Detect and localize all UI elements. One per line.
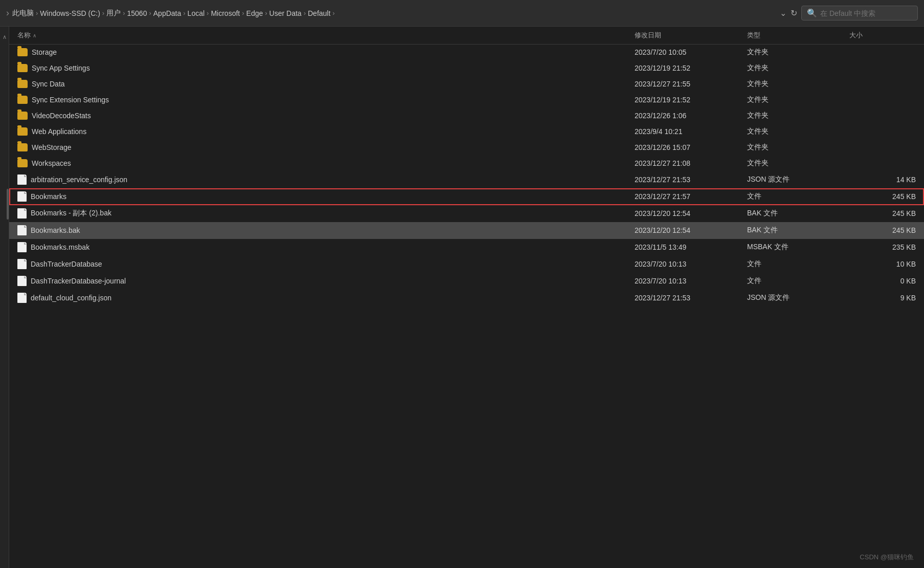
file-icon (17, 208, 27, 219)
file-type: BAK 文件 (747, 209, 849, 218)
file-name-cell-15: default_cloud_config.json (17, 293, 635, 303)
sidebar-collapse-btn[interactable]: ∧ (3, 34, 7, 40)
table-row[interactable]: Web Applications2023/9/4 10:21文件夹 (9, 124, 924, 140)
left-sidebar: ∧ (0, 27, 9, 568)
file-name-cell-2: Sync Data (17, 80, 635, 88)
file-type: 文件 (747, 276, 849, 286)
table-row[interactable]: DashTrackerDatabase-journal2023/7/20 10:… (9, 273, 924, 290)
breadcrumb-item-1[interactable]: Windows-SSD (C:) (40, 9, 100, 17)
address-bar: › 此电脑 › Windows-SSD (C:) › 用户 › 15060 › … (0, 0, 924, 27)
column-name-header[interactable]: 名称 ∧ (17, 31, 635, 40)
breadcrumb-item-7[interactable]: Edge (246, 9, 263, 17)
file-name-cell-12: Bookmarks.msbak (17, 242, 635, 252)
file-name-cell-11: Bookmarks.bak (17, 225, 635, 235)
file-name-text: Sync Extension Settings (32, 96, 109, 104)
file-date: 2023/12/20 12:54 (635, 209, 747, 217)
table-row[interactable]: Storage2023/7/20 10:05文件夹 (9, 45, 924, 60)
column-date-header[interactable]: 修改日期 (635, 31, 747, 40)
table-row[interactable]: VideoDecodeStats2023/12/26 1:06文件夹 (9, 108, 924, 124)
sidebar-scroll-indicator (7, 189, 9, 220)
file-size: 10 KB (849, 260, 916, 268)
file-name-text: Bookmarks.msbak (31, 243, 89, 251)
breadcrumb-chevron-button[interactable]: ⌄ (780, 8, 786, 18)
file-date: 2023/12/20 12:54 (635, 226, 747, 234)
search-input[interactable] (820, 9, 912, 17)
table-row[interactable]: Sync Data2023/12/27 21:55文件夹 (9, 76, 924, 92)
file-name-text: VideoDecodeStats (32, 112, 91, 120)
file-type: 文件 (747, 192, 849, 201)
file-type: 文件 (747, 259, 849, 269)
refresh-button[interactable]: ↻ (791, 8, 797, 18)
file-date: 2023/7/20 10:13 (635, 277, 747, 285)
folder-icon (17, 48, 28, 56)
file-icon (17, 259, 27, 269)
file-name-text: Sync App Settings (32, 64, 90, 72)
folder-icon (17, 143, 28, 151)
file-name-text: Bookmarks (31, 192, 66, 201)
breadcrumb-separator-0: › (35, 9, 39, 17)
file-size: 0 KB (849, 277, 916, 285)
file-name-cell-5: Web Applications (17, 127, 635, 136)
column-type-header[interactable]: 类型 (747, 31, 849, 40)
table-row[interactable]: Workspaces2023/12/27 21:08文件夹 (9, 156, 924, 171)
breadcrumb-item-4[interactable]: AppData (153, 9, 181, 17)
folder-icon (17, 127, 28, 136)
file-name-text: Bookmarks - 副本 (2).bak (31, 209, 111, 218)
table-row[interactable]: Sync App Settings2023/12/19 21:52文件夹 (9, 60, 924, 76)
breadcrumb-separator-9: › (331, 9, 335, 17)
file-size: 245 KB (849, 209, 916, 217)
file-name-cell-10: Bookmarks - 副本 (2).bak (17, 208, 635, 219)
file-size: 14 KB (849, 176, 916, 184)
file-icon (17, 242, 27, 252)
file-name-cell-8: arbitration_service_config.json (17, 174, 635, 185)
folder-icon (17, 96, 28, 104)
file-rows-container: Storage2023/7/20 10:05文件夹Sync App Settin… (9, 45, 924, 307)
file-date: 2023/12/26 1:06 (635, 112, 747, 120)
table-row[interactable]: default_cloud_config.json2023/12/27 21:5… (9, 290, 924, 307)
table-row[interactable]: Bookmarks2023/12/27 21:57文件245 KB (9, 188, 924, 205)
table-row[interactable]: DashTrackerDatabase2023/7/20 10:13文件10 K… (9, 256, 924, 273)
file-size: 245 KB (849, 192, 916, 201)
table-row[interactable]: arbitration_service_config.json2023/12/2… (9, 171, 924, 188)
breadcrumb-item-5[interactable]: Local (188, 9, 205, 17)
file-date: 2023/12/19 21:52 (635, 96, 747, 104)
column-size-header[interactable]: 大小 (849, 31, 916, 40)
file-name-cell-4: VideoDecodeStats (17, 112, 635, 120)
file-type: 文件夹 (747, 79, 849, 89)
table-row[interactable]: Bookmarks - 副本 (2).bak2023/12/20 12:54BA… (9, 205, 924, 222)
file-type: MSBAK 文件 (747, 243, 849, 252)
file-date: 2023/11/5 13:49 (635, 243, 747, 251)
breadcrumb: 此电脑 › Windows-SSD (C:) › 用户 › 15060 › Ap… (12, 9, 336, 18)
breadcrumb-separator-6: › (241, 9, 245, 17)
file-name-cell-9: Bookmarks (17, 191, 635, 202)
folder-icon (17, 64, 28, 72)
file-icon (17, 191, 27, 202)
table-row[interactable]: Sync Extension Settings2023/12/19 21:52文… (9, 92, 924, 108)
file-date: 2023/12/26 15:07 (635, 143, 747, 151)
table-row[interactable]: WebStorage2023/12/26 15:07文件夹 (9, 140, 924, 156)
breadcrumb-item-9[interactable]: Default (308, 9, 330, 17)
file-type: 文件夹 (747, 127, 849, 136)
table-row[interactable]: Bookmarks.msbak2023/11/5 13:49MSBAK 文件23… (9, 239, 924, 256)
breadcrumb-item-2[interactable]: 用户 (106, 9, 121, 18)
file-name-text: Web Applications (32, 127, 86, 136)
file-type: JSON 源文件 (747, 293, 849, 302)
breadcrumb-item-8[interactable]: User Data (269, 9, 302, 17)
breadcrumb-arrow-left[interactable]: › (6, 8, 9, 18)
file-name-text: arbitration_service_config.json (31, 176, 127, 184)
breadcrumb-item-0[interactable]: 此电脑 (12, 9, 34, 18)
table-row[interactable]: Bookmarks.bak2023/12/20 12:54BAK 文件245 K… (9, 222, 924, 239)
name-sort-arrow: ∧ (33, 33, 36, 38)
file-date: 2023/12/27 21:57 (635, 192, 747, 201)
file-name-cell-14: DashTrackerDatabase-journal (17, 276, 635, 286)
file-name-text: Workspaces (32, 159, 71, 167)
file-list-container[interactable]: 名称 ∧ 修改日期 类型 大小 Storage2023/7/20 10:05文件… (9, 27, 924, 568)
breadcrumb-item-6[interactable]: Microsoft (211, 9, 240, 17)
file-name-text: Storage (32, 48, 57, 56)
file-type: 文件夹 (747, 63, 849, 73)
breadcrumb-item-3[interactable]: 15060 (127, 9, 147, 17)
search-icon: 🔍 (807, 8, 817, 18)
file-date: 2023/7/20 10:05 (635, 48, 747, 56)
breadcrumb-separator-2: › (122, 9, 126, 17)
file-date: 2023/9/4 10:21 (635, 127, 747, 136)
